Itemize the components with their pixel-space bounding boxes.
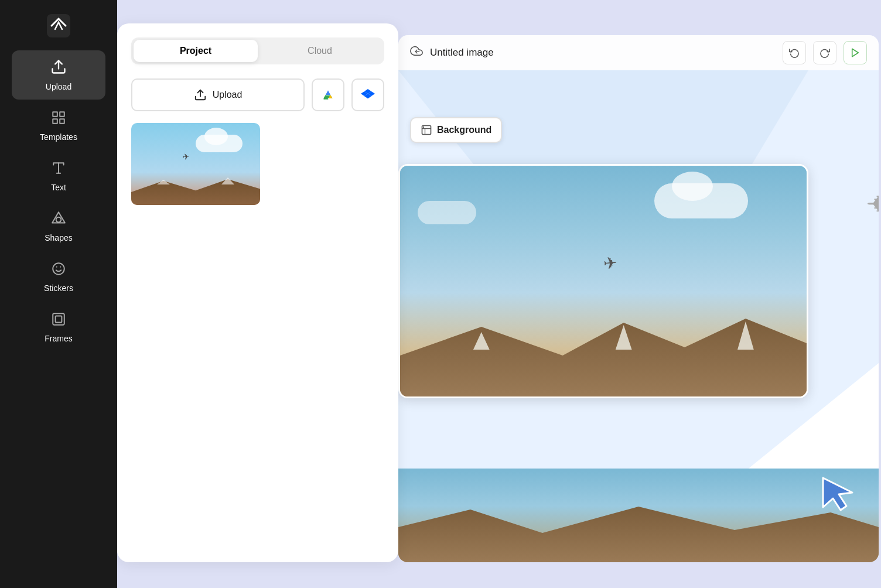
second-airplane: ✈ <box>866 187 879 221</box>
svg-marker-28 <box>823 478 852 510</box>
main-airplane: ✈ <box>603 253 618 274</box>
upload-label: Upload <box>46 82 71 91</box>
media-thumbnail[interactable]: ✈ <box>131 123 260 205</box>
templates-icon <box>51 110 66 129</box>
undo-icon <box>789 47 800 58</box>
cursor-icon <box>820 475 855 513</box>
sidebar-item-frames[interactable]: Frames <box>12 303 105 351</box>
tab-project[interactable]: Project <box>134 40 258 62</box>
background-tag-label: Background <box>437 125 491 135</box>
frames-label: Frames <box>45 334 72 343</box>
sidebar-item-upload[interactable]: Upload <box>12 50 105 100</box>
svg-point-9 <box>53 263 64 275</box>
svg-point-8 <box>56 217 62 223</box>
bottom-canvas-strip <box>398 469 879 562</box>
main-cloud-2 <box>418 201 476 224</box>
left-panel: Project Cloud Upload <box>117 23 398 562</box>
svg-rect-12 <box>53 313 64 325</box>
dropbox-icon <box>361 88 375 102</box>
frames-icon <box>51 312 66 330</box>
sidebar-item-stickers[interactable]: Stickers <box>12 253 105 301</box>
header-cloud-icon <box>410 45 423 61</box>
main-cloud-1 <box>654 183 748 218</box>
thumbnail-mountains <box>131 173 260 205</box>
thumbnail-airplane: ✈ <box>182 152 190 162</box>
export-icon <box>850 47 860 58</box>
cursor-arrow <box>820 475 855 515</box>
tabs-container: Project Cloud <box>131 37 384 64</box>
main-sky-bg: ✈ <box>400 166 807 396</box>
sidebar: Upload Templates Text <box>0 0 117 588</box>
sidebar-item-templates[interactable]: Templates <box>12 102 105 150</box>
stickers-icon <box>51 261 66 280</box>
svg-rect-2 <box>53 112 57 117</box>
thumbnail-cloud <box>196 135 243 152</box>
svg-rect-3 <box>60 112 64 117</box>
svg-marker-20 <box>852 49 859 57</box>
text-label: Text <box>51 183 66 192</box>
redo-icon <box>819 47 830 58</box>
upload-button[interactable]: Upload <box>131 78 305 111</box>
export-button[interactable] <box>844 41 867 64</box>
tab-cloud[interactable]: Cloud <box>258 40 382 62</box>
thumbnail-snow <box>131 173 260 184</box>
canvas-title: Untitled image <box>430 47 776 59</box>
media-thumbnail-container: ✈ <box>131 123 260 205</box>
templates-label: Templates <box>40 132 77 142</box>
sidebar-item-shapes[interactable]: Shapes <box>12 203 105 251</box>
text-icon <box>51 160 66 179</box>
shapes-label: Shapes <box>45 233 72 242</box>
sidebar-item-text[interactable]: Text <box>12 152 105 200</box>
canvas-background: Background ✈ ✈ <box>398 70 879 562</box>
upload-row: Upload <box>131 78 384 111</box>
svg-rect-4 <box>53 119 57 124</box>
upload-btn-label: Upload <box>213 90 243 100</box>
undo-button[interactable] <box>783 41 806 64</box>
google-drive-button[interactable] <box>312 78 344 111</box>
main-canvas-image[interactable]: ✈ <box>398 164 808 398</box>
background-tag-icon <box>421 124 432 136</box>
redo-button[interactable] <box>813 41 836 64</box>
dropbox-button[interactable] <box>351 78 384 111</box>
svg-rect-5 <box>60 119 64 124</box>
upload-btn-icon <box>194 88 207 101</box>
thumbnail-sky-bg: ✈ <box>131 123 260 205</box>
svg-rect-13 <box>56 316 62 323</box>
stickers-label: Stickers <box>44 283 73 293</box>
app-logo <box>45 12 73 40</box>
background-tag-button[interactable]: Background <box>410 117 502 143</box>
header-bar: Untitled image <box>398 35 879 70</box>
upload-icon <box>50 59 67 78</box>
google-drive-icon <box>321 88 335 102</box>
shapes-icon <box>51 211 66 230</box>
canvas-area: Untitled image <box>398 35 879 562</box>
